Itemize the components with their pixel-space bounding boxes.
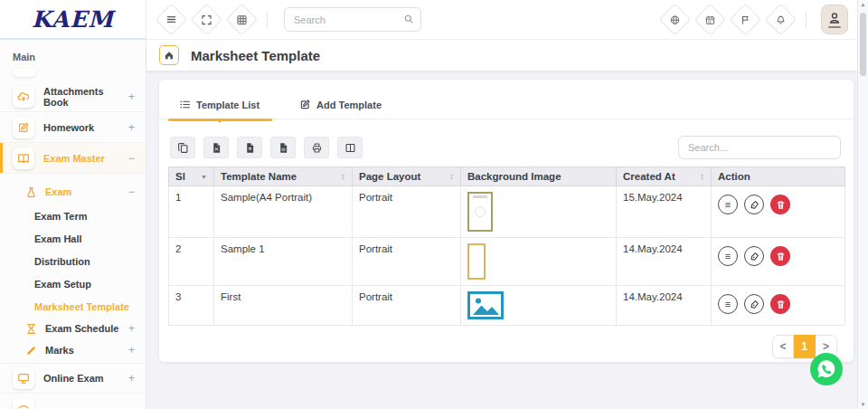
scroll-down-icon[interactable]: ▼ xyxy=(858,400,868,409)
avatar-caption xyxy=(828,26,841,28)
sidebar-item-exam[interactable]: Exam − xyxy=(0,179,146,204)
user-avatar[interactable] xyxy=(821,5,848,34)
column-label: Page Layout xyxy=(359,171,449,182)
print-button[interactable] xyxy=(304,137,329,158)
sidebar-item-label: Exam xyxy=(45,186,128,197)
divider xyxy=(267,12,268,28)
minus-icon: − xyxy=(128,152,135,165)
sidebar-item-exam-schedule[interactable]: Exam Schedule + xyxy=(0,318,146,339)
csv-export-button[interactable] xyxy=(237,137,262,158)
page-scrollbar[interactable]: ▲ ▼ xyxy=(857,0,868,409)
sidebar-item-exam-master[interactable]: Exam Master − xyxy=(0,143,146,174)
sidebar-item-label: Marks xyxy=(45,345,128,356)
edit-button[interactable] xyxy=(744,246,764,266)
notifications-button[interactable] xyxy=(765,4,797,35)
column-label: Created At xyxy=(623,171,700,182)
whatsapp-icon xyxy=(810,353,843,385)
column-visibility-button[interactable] xyxy=(337,137,363,158)
partial-icon xyxy=(13,398,34,409)
pdf-export-button[interactable] xyxy=(270,137,296,158)
delete-button[interactable] xyxy=(770,294,790,314)
sidebar-item-homework[interactable]: Homework + xyxy=(0,112,146,143)
scroll-up-icon[interactable]: ▲ xyxy=(858,0,868,9)
table-toolbar xyxy=(159,119,854,159)
sidebar-item-online-exam[interactable]: Online Exam + xyxy=(0,363,146,394)
sidebar-item-marksheet-template[interactable]: Marksheet Template xyxy=(0,295,146,318)
main-card: Template List Add Template Sl▼ xyxy=(159,80,854,362)
column-header-template-name[interactable]: Template Name▲▼ xyxy=(214,167,353,186)
cell-sl: 3 xyxy=(169,286,214,326)
column-visibility-icon xyxy=(344,142,356,154)
whatsapp-button[interactable] xyxy=(810,353,843,385)
pdf-file-icon xyxy=(278,142,289,154)
sort-icon: ▲▼ xyxy=(341,173,345,180)
delete-button[interactable] xyxy=(770,195,790,214)
a4-portrait-page-thumbnail[interactable] xyxy=(467,192,493,232)
templates-table: Sl▼ Template Name▲▼ Page Layout▲▼ Backgr… xyxy=(168,166,845,326)
table-header-row: Sl▼ Template Name▲▼ Page Layout▲▼ Backgr… xyxy=(169,167,845,186)
person-icon xyxy=(827,11,842,25)
plus-icon: + xyxy=(128,322,135,335)
edit-button[interactable] xyxy=(744,294,764,314)
tab-template-list[interactable]: Template List xyxy=(179,90,259,119)
language-button[interactable] xyxy=(659,4,691,35)
cell-page-layout: Portrait xyxy=(353,238,461,286)
sidebar-item-attachments-book[interactable]: Attachments Book + xyxy=(0,81,146,112)
column-header-created-at[interactable]: Created At▲▼ xyxy=(617,167,712,186)
divider xyxy=(806,12,807,28)
monitor-icon xyxy=(13,367,34,389)
minus-icon: − xyxy=(128,185,135,198)
table-search-input[interactable] xyxy=(678,136,841,159)
column-header-sl[interactable]: Sl▼ xyxy=(169,167,214,186)
copy-button[interactable] xyxy=(170,137,195,158)
edit-button[interactable] xyxy=(744,195,764,214)
home-button[interactable] xyxy=(159,45,179,65)
search-icon xyxy=(403,14,414,24)
calendar-button[interactable] xyxy=(694,4,726,35)
cell-sl: 1 xyxy=(169,186,214,238)
blue-image-placeholder-icon[interactable] xyxy=(467,291,609,319)
global-search-input[interactable] xyxy=(284,7,421,32)
sort-icon: ▲▼ xyxy=(449,173,454,180)
sidebar-item-label: Marksheet Template xyxy=(34,301,129,312)
details-menu-button[interactable]: ≡ xyxy=(718,294,738,314)
edit-square-icon xyxy=(13,117,34,138)
tab-label: Template List xyxy=(196,100,259,110)
edit-icon xyxy=(299,99,311,110)
sort-desc-icon: ▼ xyxy=(201,174,207,180)
menu-icon xyxy=(165,14,177,25)
cell-action: ≡ xyxy=(712,286,845,326)
column-header-page-layout[interactable]: Page Layout▲▼ xyxy=(353,167,461,186)
topbar xyxy=(146,0,857,40)
menu-toggle-button[interactable] xyxy=(156,4,187,35)
empty-portrait-thumbnail[interactable] xyxy=(467,243,486,280)
cell-template-name: Sample(A4 Portrait) xyxy=(214,186,353,238)
apps-grid-button[interactable] xyxy=(226,4,258,35)
pagination-prev-button[interactable]: < xyxy=(772,335,794,358)
list-icon xyxy=(179,99,191,110)
scrollbar-thumb[interactable] xyxy=(860,13,866,76)
sidebar-item-exam-setup[interactable]: Exam Setup xyxy=(0,272,146,295)
tab-add-template[interactable]: Add Template xyxy=(299,90,382,119)
sidebar: KAEM Main Attachments Book + Homework + … xyxy=(0,0,146,409)
column-header-background-image[interactable]: Background Image xyxy=(461,167,617,186)
flag-button[interactable] xyxy=(730,4,761,35)
sidebar-item-exam-term[interactable]: Exam Term xyxy=(0,204,146,227)
sidebar-item-exam-hall[interactable]: Exam Hall xyxy=(0,227,146,250)
cell-sl: 2 xyxy=(169,238,214,286)
delete-button[interactable] xyxy=(770,246,790,266)
brand-logo[interactable]: KAEM xyxy=(32,6,114,33)
sidebar-item-label: Homework xyxy=(43,122,128,133)
details-menu-button[interactable]: ≡ xyxy=(718,195,738,214)
details-menu-button[interactable]: ≡ xyxy=(718,246,738,266)
fullscreen-button[interactable] xyxy=(191,4,222,35)
copy-icon xyxy=(177,142,189,154)
sidebar-item-partial-bottom xyxy=(0,394,146,409)
excel-export-button[interactable] xyxy=(203,137,229,158)
plus-icon: + xyxy=(128,90,135,103)
breadcrumb: Marksheet Template xyxy=(146,40,857,71)
sidebar-item-distribution[interactable]: Distribution xyxy=(0,250,146,272)
sidebar-item-label: Exam Schedule xyxy=(45,323,128,334)
fullscreen-icon xyxy=(202,14,212,25)
sidebar-item-marks[interactable]: Marks + xyxy=(0,339,146,361)
